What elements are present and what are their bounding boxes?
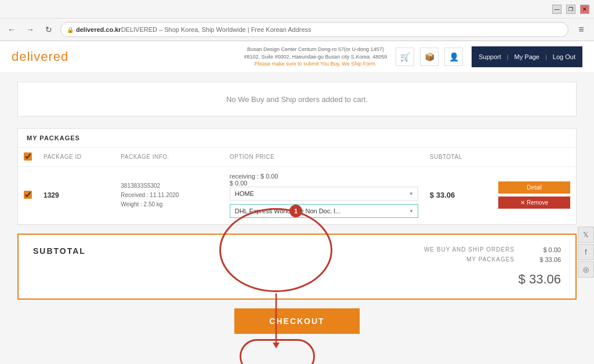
- address-select[interactable]: HOME: [230, 187, 418, 201]
- receiving-price: receiving : $ 0.00: [230, 173, 418, 180]
- col-package-id: PACKAGE ID: [38, 148, 115, 167]
- packages-section: MY PACKAGES PACKAGE ID PACKAGE INFO. OPT…: [17, 128, 577, 225]
- my-packages-value: $ 33.06: [526, 256, 561, 263]
- title-bar: — ❐ ✕: [0, 0, 594, 19]
- page-content: delivered Busan Design Center Centum Don…: [0, 41, 594, 364]
- col-actions: [492, 148, 576, 167]
- header-alert: Please make sure to submit You Buy, We S…: [244, 60, 387, 68]
- we-buy-label: WE BUY AND SHIP ORDERS: [424, 246, 515, 253]
- nav-my-page[interactable]: My Page: [515, 53, 539, 60]
- header-icons: 🛒 📦 👤: [396, 48, 463, 66]
- shipping-select-wrapper: DHL Express Worldwide Non Doc. l...: [230, 204, 418, 218]
- forward-button[interactable]: →: [23, 23, 37, 37]
- nav-sep2: |: [545, 53, 547, 60]
- col-subtotal: SUBTOTAL: [424, 148, 492, 167]
- cart-icon[interactable]: 🛒: [396, 48, 414, 66]
- address-select-wrapper: HOME: [230, 187, 418, 201]
- browser-menu-button[interactable]: ≡: [573, 21, 589, 38]
- col-option-price: OPTION PRICE: [224, 148, 424, 167]
- url-bar[interactable]: 🔒 delivered.co.kr DELIVERED – Shop Korea…: [60, 22, 568, 37]
- subtotal-rows: WE BUY AND SHIP ORDERS $ 0.00 MY PACKAGE…: [424, 246, 561, 287]
- detail-button[interactable]: Detail: [498, 181, 570, 194]
- site-header: delivered Busan Design Center Centum Don…: [0, 41, 594, 73]
- we-buy-row: WE BUY AND SHIP ORDERS $ 0.00: [424, 246, 561, 253]
- option-price-cell: receiving : $ 0.00 $ 0.00 HOME: [224, 166, 424, 224]
- maximize-button[interactable]: ❐: [566, 5, 575, 14]
- subtotal-section: SUBTOTAL WE BUY AND SHIP ORDERS $ 0.00 M…: [17, 234, 577, 300]
- package-id-cell: 1329: [38, 166, 115, 224]
- ship-icon[interactable]: 📦: [420, 48, 439, 66]
- table-row: 1329 3813833S5302 Received : 11.11.2020 …: [18, 166, 576, 224]
- url-domain: delivered.co.kr: [76, 26, 121, 33]
- checkout-area: CHECKOUT: [17, 308, 577, 334]
- subtotal-title: SUBTOTAL: [33, 246, 86, 256]
- main-content: No We Buy and Ship orders added to cart.…: [0, 73, 594, 343]
- nav-log-out[interactable]: Log Out: [553, 53, 575, 60]
- pkg-info-id: 3813833S5302: [121, 181, 218, 191]
- option-dropdowns: HOME DHL Express Worldwide Non Doc. l...: [230, 187, 418, 218]
- url-title: DELIVERED – Shop Korea, Ship Worldwide |…: [121, 26, 312, 33]
- cart-empty-text: No We Buy and Ship orders added to cart.: [226, 95, 368, 104]
- reload-button[interactable]: ↻: [42, 23, 56, 37]
- nav-sep1: |: [507, 53, 509, 60]
- package-id: 1329: [44, 191, 59, 199]
- action-buttons: Detail ✕ Remove: [498, 181, 570, 209]
- row-checkbox-cell: [18, 166, 38, 224]
- pkg-received: Received : 11.11.2020: [121, 191, 218, 200]
- packages-table: PACKAGE ID PACKAGE INFO. OPTION PRICE SU…: [18, 148, 576, 224]
- my-packages-label: MY PACKAGES: [466, 256, 515, 263]
- minimize-button[interactable]: —: [552, 5, 562, 14]
- nav-support[interactable]: Support: [479, 53, 501, 60]
- header-address: Busan Design Center Centum Dong-ro 57(or…: [244, 46, 387, 68]
- we-buy-value: $ 0.00: [526, 246, 561, 253]
- packages-header: MY PACKAGES: [18, 129, 576, 148]
- checkout-button[interactable]: CHECKOUT: [234, 308, 359, 334]
- back-button[interactable]: ←: [5, 23, 19, 37]
- address-line1: Busan Design Center Centum Dong-ro 57(or…: [244, 46, 387, 53]
- col-checkbox: [18, 148, 38, 167]
- nav-bar: ← → ↻ 🔒 delivered.co.kr DELIVERED – Shop…: [0, 19, 594, 41]
- select-all-checkbox[interactable]: [24, 152, 32, 161]
- col-package-info: PACKAGE INFO.: [115, 148, 223, 167]
- cart-empty-box: No We Buy and Ship orders added to cart.: [17, 82, 577, 117]
- option-price-value: $ 0.00: [230, 180, 418, 187]
- lock-icon: 🔒: [67, 27, 74, 33]
- row-subtotal: $ 33.06: [430, 191, 455, 199]
- site-logo: delivered: [12, 49, 68, 64]
- header-nav: Support | My Page | Log Out: [472, 46, 582, 67]
- my-packages-row: MY PACKAGES $ 33.06: [466, 256, 561, 263]
- subtotal-total: $ 33.06: [519, 272, 561, 287]
- package-info-cell: 3813833S5302 Received : 11.11.2020 Weigh…: [115, 166, 223, 224]
- action-btns-cell: Detail ✕ Remove: [492, 166, 576, 224]
- package-info: 3813833S5302 Received : 11.11.2020 Weigh…: [121, 181, 218, 209]
- shipping-select[interactable]: DHL Express Worldwide Non Doc. l...: [230, 204, 418, 218]
- profile-icon[interactable]: 👤: [444, 48, 463, 66]
- remove-button[interactable]: ✕ Remove: [498, 196, 570, 209]
- pkg-weight: Weight : 2.50 kg: [121, 200, 218, 209]
- close-button[interactable]: ✕: [580, 5, 589, 14]
- address-line2: #8102, Suite #0002, Haeundae-gu Busan ci…: [244, 53, 387, 61]
- row-checkbox[interactable]: [24, 191, 32, 199]
- subtotal-cell: $ 33.06: [424, 166, 492, 224]
